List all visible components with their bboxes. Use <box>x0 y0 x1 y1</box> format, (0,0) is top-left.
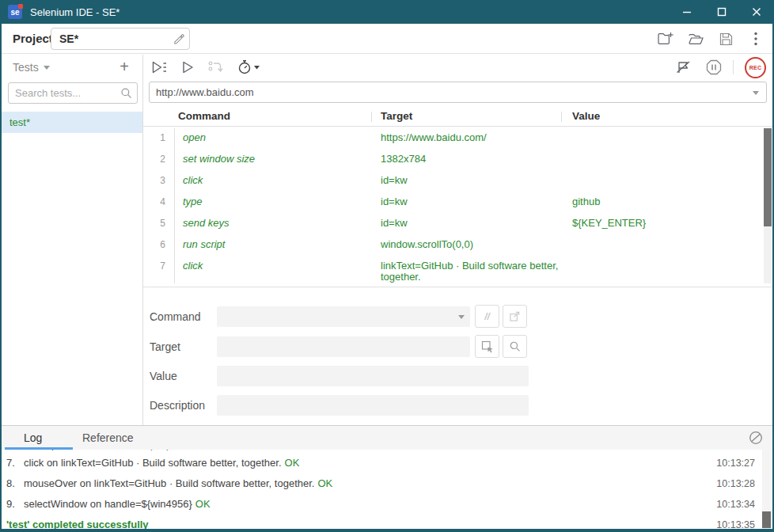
test-list: test* <box>2 112 142 133</box>
test-speed-icon[interactable] <box>237 59 260 75</box>
row-number-divider <box>174 128 175 283</box>
clear-log-icon[interactable] <box>749 431 763 445</box>
window-title: Selenium IDE - SE* <box>30 6 120 18</box>
table-row[interactable]: 6run scriptwindow.scrollTo(0,0) <box>143 234 772 255</box>
log-panel-header: Log Reference <box>0 426 774 450</box>
toggle-comment-button[interactable]: // <box>475 305 499 328</box>
test-editor-panel: REC Command Target Value 1openhttps://ww… <box>143 55 772 425</box>
selenium-ide-window: se Selenium IDE - SE* Project: <box>0 0 774 532</box>
target-field-input[interactable] <box>217 336 470 357</box>
target-cell: id=kw <box>381 212 571 234</box>
command-cell: open <box>175 127 381 148</box>
log-entry-text: 'test' completed successfully <box>6 519 149 530</box>
tab-log[interactable]: Log <box>24 426 42 450</box>
command-field-label: Command <box>150 306 201 328</box>
table-row[interactable]: 3clickid=kw <box>143 169 772 191</box>
run-current-test-icon[interactable] <box>181 60 194 74</box>
app-logo-text: se <box>10 8 19 17</box>
table-scrollbar-thumb[interactable] <box>764 128 772 226</box>
tab-reference[interactable]: Reference <box>82 426 134 450</box>
recording-controls: REC <box>676 55 766 80</box>
target-cell: id=kw <box>381 191 571 212</box>
table-row[interactable]: 7clicklinkText=GitHub · Build software b… <box>143 255 772 287</box>
table-row[interactable]: 1openhttps://www.baidu.com/ <box>143 127 772 148</box>
test-list-item[interactable]: test* <box>2 112 142 133</box>
log-entry-text: selectWindow on handle=${win4956} <box>24 498 192 510</box>
record-button[interactable]: REC <box>745 57 766 78</box>
project-name-field <box>51 28 190 50</box>
value-field-input[interactable] <box>217 366 529 386</box>
window-border-bottom <box>0 529 774 532</box>
log-status-badge: OK <box>317 477 332 489</box>
log-entry-time: 10:13:28 <box>716 473 755 494</box>
select-target-button[interactable] <box>475 335 499 358</box>
base-url-box <box>149 82 767 103</box>
url-dropdown-caret-icon[interactable] <box>753 91 759 95</box>
command-cell: run script <box>175 234 381 255</box>
new-project-icon[interactable] <box>657 30 674 48</box>
window-border-left <box>0 24 2 529</box>
more-options-icon[interactable] <box>747 30 765 48</box>
playback-toolbar: REC <box>143 55 772 80</box>
tests-dropdown-caret-icon[interactable] <box>44 66 50 70</box>
commands-list: 1openhttps://www.baidu.com/2set window s… <box>143 127 772 287</box>
add-test-button[interactable]: + <box>116 58 133 75</box>
comment-icon: // <box>484 311 490 322</box>
test-search-input[interactable] <box>9 83 118 103</box>
value-cell <box>571 255 772 287</box>
log-entry-number: 8. <box>6 473 24 494</box>
project-actions <box>657 24 765 54</box>
run-all-tests-icon[interactable] <box>151 60 168 74</box>
log-scrollbar-thumb[interactable] <box>762 511 771 528</box>
open-reference-button[interactable] <box>503 305 527 328</box>
description-field-label: Description <box>150 394 205 416</box>
table-row[interactable]: 4typeid=kwgithub <box>143 191 772 212</box>
row-number: 4 <box>143 191 175 212</box>
table-scrollbar[interactable] <box>764 128 772 283</box>
log-entry: 7.click on linkText=GitHub · Build softw… <box>0 453 774 473</box>
edit-project-icon[interactable] <box>173 32 184 44</box>
log-entry-number: 7. <box>6 453 24 473</box>
save-project-icon[interactable] <box>717 30 734 48</box>
project-name-input[interactable] <box>51 28 169 49</box>
pause-on-exceptions-icon[interactable] <box>706 59 722 75</box>
target-cell: window.scrollTo(0,0) <box>381 234 571 255</box>
log-list: 6. run script on window.scrollTo(0,0) OK… <box>0 450 774 530</box>
step-over-icon[interactable] <box>207 60 223 74</box>
header-value: Value <box>572 106 600 127</box>
find-target-button[interactable] <box>503 335 527 358</box>
minimize-button[interactable] <box>670 0 704 24</box>
value-cell: github <box>571 191 772 212</box>
value-form-row: Value <box>143 365 772 387</box>
project-bar: Project: <box>2 24 772 54</box>
command-dropdown-caret-icon[interactable] <box>458 315 465 319</box>
target-cell: linkText=GitHub · Build software better,… <box>381 255 571 287</box>
description-field-input[interactable] <box>217 395 529 416</box>
command-form-row: Command // <box>143 306 772 328</box>
base-url-input[interactable] <box>150 82 743 102</box>
log-entry: 9.selectWindow on handle=${win4956}OK10:… <box>0 494 774 515</box>
close-button[interactable] <box>739 0 774 24</box>
command-cell: click <box>175 169 381 191</box>
table-row[interactable]: 2set window size1382x784 <box>143 148 772 169</box>
log-entry: 'test' completed successfully10:13:35 <box>0 515 774 530</box>
value-cell <box>571 127 772 148</box>
description-form-row: Description <box>143 394 772 416</box>
maximize-button[interactable] <box>704 0 739 24</box>
tests-dropdown[interactable]: Tests <box>13 61 39 74</box>
header-command: Command <box>178 106 230 127</box>
log-entry-text: mouseOver on linkText=GitHub · Build sof… <box>24 477 314 489</box>
app-logo-icon: se <box>8 5 22 19</box>
open-project-icon[interactable] <box>687 30 704 48</box>
tests-sidebar: Tests + test* <box>2 55 142 425</box>
table-row[interactable]: 5send keysid=kw${KEY_ENTER} <box>143 212 772 234</box>
log-scrollbar[interactable] <box>762 450 771 530</box>
target-cell: id=kw <box>381 169 571 191</box>
log-entry-number: 9. <box>6 494 24 515</box>
window-controls <box>670 0 774 24</box>
target-field-label: Target <box>150 336 180 358</box>
command-cell: type <box>175 191 381 212</box>
app-logo-dot <box>18 4 23 9</box>
disable-breakpoints-icon[interactable] <box>676 59 695 75</box>
command-field-input[interactable] <box>217 306 470 327</box>
